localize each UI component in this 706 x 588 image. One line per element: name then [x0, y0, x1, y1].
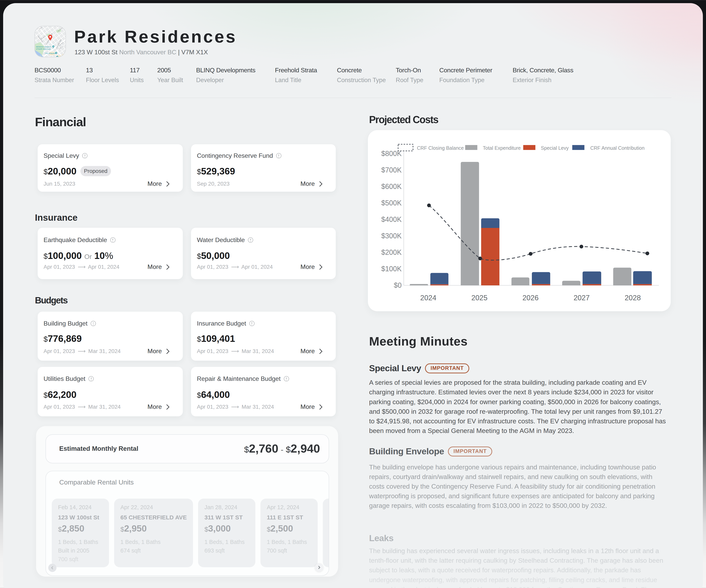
svg-text:2027: 2027	[574, 294, 590, 302]
svg-text:$700K: $700K	[381, 166, 402, 174]
svg-text:MONOVA: Museum: MONOVA: Museum	[36, 46, 51, 48]
svg-text:CRF Closing Balance: CRF Closing Balance	[417, 145, 464, 151]
svg-text:The Shipyards: The Shipyards	[45, 52, 57, 54]
svg-text:$100K: $100K	[381, 265, 402, 273]
svg-text:$400K: $400K	[381, 215, 402, 223]
svg-text:2025: 2025	[471, 294, 487, 302]
svg-text:$300K: $300K	[381, 232, 402, 240]
svg-text:$500K: $500K	[381, 199, 402, 207]
svg-text:CRF Annual Contribution: CRF Annual Contribution	[590, 145, 644, 151]
svg-text:$200K: $200K	[381, 248, 402, 256]
svg-text:$600K: $600K	[381, 182, 402, 191]
svg-text:$0: $0	[394, 281, 402, 289]
svg-text:2026: 2026	[522, 294, 539, 302]
svg-text:2028: 2028	[625, 294, 641, 302]
svg-text:Special Levy: Special Levy	[541, 145, 569, 151]
svg-text:Total Expenditure: Total Expenditure	[483, 145, 521, 151]
svg-text:$800K: $800K	[381, 150, 402, 158]
svg-text:2024: 2024	[420, 294, 436, 302]
svg-text:of North Vancouver: of North Vancouver	[36, 48, 51, 50]
